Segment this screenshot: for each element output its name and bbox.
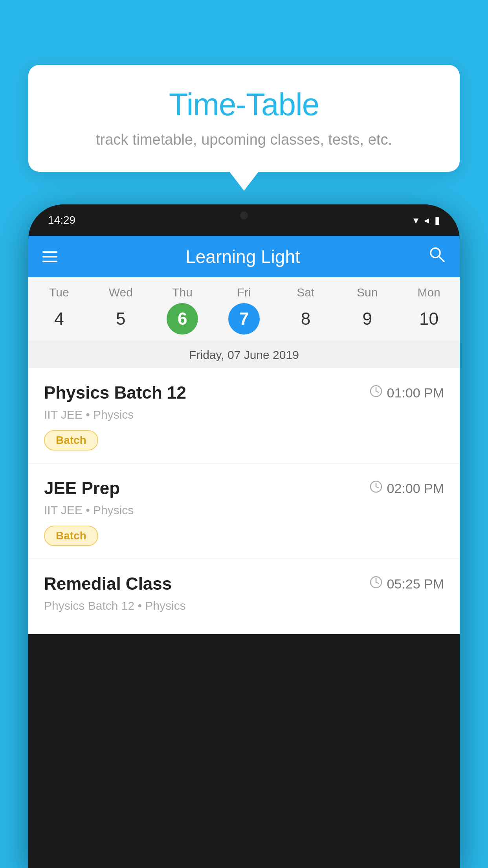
svg-line-7 (376, 487, 378, 488)
date-9[interactable]: 9 (336, 310, 398, 327)
schedule-item-2-meta: IIT JEE • Physics (44, 504, 444, 517)
batch-badge-2: Batch (44, 526, 98, 546)
schedule-item-1-title: Physics Batch 12 (44, 383, 186, 403)
date-4[interactable]: 4 (28, 310, 90, 327)
date-7-selected[interactable]: 7 (213, 303, 275, 335)
weekday-thu[interactable]: Thu (152, 286, 213, 299)
schedule-item-1-meta: IIT JEE • Physics (44, 408, 444, 421)
schedule-item-1[interactable]: Physics Batch 12 01:00 PM IIT JEE • Phys… (28, 368, 460, 463)
weekday-wed[interactable]: Wed (90, 286, 152, 299)
schedule-item-3-title: Remedial Class (44, 574, 172, 594)
schedule-item-3-header: Remedial Class 05:25 PM (44, 574, 444, 594)
selected-circle: 7 (228, 303, 260, 335)
weekday-sat[interactable]: Sat (275, 286, 336, 299)
batch-badge-1: Batch (44, 430, 98, 451)
schedule-item-3-time: 05:25 PM (369, 576, 444, 592)
tooltip-card: Time-Table track timetable, upcoming cla… (28, 65, 460, 172)
status-icons: ▾ ◂ ▮ (413, 214, 440, 226)
wifi-icon: ▾ (413, 214, 418, 226)
svg-line-4 (376, 391, 378, 392)
schedule-item-3-meta: Physics Batch 12 • Physics (44, 599, 444, 612)
search-icon[interactable] (428, 246, 446, 267)
camera-dot (240, 211, 248, 219)
weekday-fri[interactable]: Fri (213, 286, 275, 299)
date-6-today[interactable]: 6 (152, 303, 213, 335)
today-circle: 6 (167, 303, 198, 335)
schedule-list: Physics Batch 12 01:00 PM IIT JEE • Phys… (28, 368, 460, 634)
weekday-mon[interactable]: Mon (398, 286, 460, 299)
schedule-item-3[interactable]: Remedial Class 05:25 PM Physics Batch 12… (28, 559, 460, 634)
weekdays-row: Tue Wed Thu Fri Sat Sun Mon (28, 277, 460, 302)
status-time: 14:29 (48, 214, 75, 226)
weekday-sun[interactable]: Sun (336, 286, 398, 299)
date-10[interactable]: 10 (398, 310, 460, 327)
dates-row: 4 5 6 7 8 9 10 (28, 302, 460, 342)
svg-line-1 (439, 256, 444, 261)
clock-icon-2 (369, 480, 383, 497)
calendar-week: Tue Wed Thu Fri Sat Sun Mon 4 5 6 7 8 9 … (28, 277, 460, 368)
schedule-item-1-time: 01:00 PM (369, 384, 444, 401)
tooltip-title: Time-Table (52, 86, 436, 123)
weekday-tue[interactable]: Tue (28, 286, 90, 299)
battery-icon: ▮ (435, 214, 440, 226)
clock-icon-3 (369, 576, 383, 592)
toolbar-title: Learning Light (72, 246, 414, 267)
schedule-item-2-header: JEE Prep 02:00 PM (44, 478, 444, 498)
phone-frame: 14:29 ▾ ◂ ▮ Learning Light Tue Wed (28, 204, 460, 868)
tooltip-subtitle: track timetable, upcoming classes, tests… (52, 131, 436, 148)
hamburger-menu-icon[interactable] (42, 251, 57, 262)
selected-date-label: Friday, 07 June 2019 (28, 342, 460, 368)
date-5[interactable]: 5 (90, 310, 152, 327)
schedule-item-2-title: JEE Prep (44, 478, 120, 498)
app-toolbar: Learning Light (28, 236, 460, 277)
clock-icon-1 (369, 384, 383, 401)
schedule-item-2[interactable]: JEE Prep 02:00 PM IIT JEE • Physics Batc… (28, 463, 460, 559)
schedule-item-2-time: 02:00 PM (369, 480, 444, 497)
date-8[interactable]: 8 (275, 310, 336, 327)
svg-line-10 (376, 582, 378, 583)
schedule-item-1-header: Physics Batch 12 01:00 PM (44, 383, 444, 403)
signal-icon: ◂ (424, 214, 429, 226)
notch (213, 204, 275, 226)
status-bar: 14:29 ▾ ◂ ▮ (28, 204, 460, 236)
